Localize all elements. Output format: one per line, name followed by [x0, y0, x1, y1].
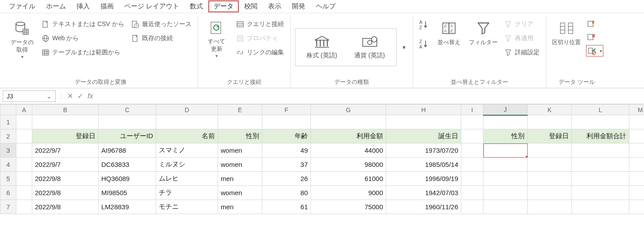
- cell[interactable]: men: [218, 200, 262, 214]
- existing-connections-button[interactable]: 既存の接続: [130, 33, 193, 44]
- cell[interactable]: AI96788: [99, 143, 156, 158]
- cell[interactable]: women: [218, 186, 262, 200]
- cell[interactable]: スマミノ: [156, 143, 218, 158]
- cell[interactable]: 性別: [483, 129, 528, 143]
- data-type-more[interactable]: ▾: [400, 44, 408, 51]
- menu-page-layout[interactable]: ページ レイアウト: [119, 0, 184, 12]
- cell[interactable]: LM28839: [99, 200, 156, 214]
- cell[interactable]: 利用金額合計: [572, 129, 629, 143]
- col-header-E[interactable]: E: [218, 105, 262, 115]
- col-header-J[interactable]: J: [483, 105, 528, 115]
- cell[interactable]: DC63833: [99, 158, 156, 172]
- advanced-filter-button[interactable]: 詳細設定: [502, 47, 541, 58]
- col-header-I[interactable]: I: [461, 105, 483, 115]
- formula-bar-input[interactable]: [96, 91, 641, 102]
- cell[interactable]: 61: [262, 200, 311, 214]
- cell[interactable]: [461, 143, 483, 158]
- cell[interactable]: 誕生日: [386, 129, 461, 143]
- row-header[interactable]: 6: [0, 186, 16, 200]
- cell[interactable]: 名前: [156, 129, 218, 143]
- col-header-H[interactable]: H: [386, 105, 461, 115]
- refresh-all-button[interactable]: すべて 更新 ▾: [203, 19, 231, 60]
- cell[interactable]: 年齢: [262, 129, 311, 143]
- row-header[interactable]: 1: [0, 115, 16, 129]
- get-data-button[interactable]: データの 取得 ▾: [8, 19, 36, 61]
- row-header[interactable]: 2: [0, 129, 16, 143]
- cell[interactable]: 37: [262, 158, 311, 172]
- cell[interactable]: 登録日: [528, 129, 572, 143]
- data-type-stocks[interactable]: 株式 (英語): [301, 32, 343, 62]
- properties-button[interactable]: プロパティ: [234, 33, 286, 44]
- col-header-M[interactable]: M: [629, 105, 644, 115]
- cell[interactable]: 44000: [311, 143, 386, 158]
- sort-ascending-button[interactable]: AZ: [418, 19, 430, 31]
- cell[interactable]: 26: [262, 172, 311, 186]
- clear-filter-button[interactable]: クリア: [502, 19, 541, 30]
- cell[interactable]: [16, 143, 32, 158]
- col-header-A[interactable]: A: [16, 105, 32, 115]
- cell[interactable]: ミルヌシ: [156, 158, 218, 172]
- cell[interactable]: 利用金額: [311, 129, 386, 143]
- row-header[interactable]: 7: [0, 200, 16, 214]
- cell[interactable]: women: [218, 143, 262, 158]
- col-header-K[interactable]: K: [528, 105, 572, 115]
- reapply-filter-button[interactable]: 再適用: [502, 33, 541, 44]
- sort-button[interactable]: ZAAZ 並べ替え: [433, 19, 464, 48]
- row-header[interactable]: 5: [0, 172, 16, 186]
- menu-draw[interactable]: 描画: [95, 0, 119, 12]
- cell[interactable]: 49: [262, 143, 311, 158]
- cell[interactable]: [16, 115, 32, 129]
- cell[interactable]: HQ36089: [99, 172, 156, 186]
- col-header-D[interactable]: D: [156, 105, 218, 115]
- row-header[interactable]: 4: [0, 158, 16, 172]
- cell[interactable]: 2022/9/8: [32, 200, 99, 214]
- sort-descending-button[interactable]: ZA: [418, 38, 430, 50]
- data-validation-button[interactable]: ▾: [586, 45, 603, 57]
- cell[interactable]: 98000: [311, 158, 386, 172]
- recent-sources-button[interactable]: 最近使ったソース: [130, 19, 193, 30]
- cell[interactable]: チラ: [156, 186, 218, 200]
- cell[interactable]: 75000: [311, 200, 386, 214]
- data-type-currency[interactable]: 通貨 (英語): [349, 32, 391, 62]
- text-to-columns-button[interactable]: 区切り位置: [551, 19, 583, 48]
- from-text-csv-button[interactable]: テキストまたは CSV から: [40, 19, 126, 30]
- menu-view[interactable]: 表示: [263, 0, 287, 12]
- cell[interactable]: 1973/07/20: [386, 143, 461, 158]
- cell[interactable]: 61000: [311, 172, 386, 186]
- col-header-F[interactable]: F: [262, 105, 311, 115]
- cell[interactable]: 2022/9/7: [32, 143, 99, 158]
- cell[interactable]: [461, 129, 483, 143]
- cell[interactable]: 9000: [311, 186, 386, 200]
- flash-fill-button[interactable]: [586, 19, 603, 29]
- cell[interactable]: ユーザーID: [99, 129, 156, 143]
- filter-button[interactable]: フィルター: [468, 19, 499, 48]
- cell[interactable]: 1985/05/14: [386, 158, 461, 172]
- edit-links-button[interactable]: リンクの編集: [234, 47, 286, 58]
- from-table-range-button[interactable]: テーブルまたは範囲から: [40, 47, 126, 58]
- cell[interactable]: 1960/11/26: [386, 200, 461, 214]
- cell-J3-selected[interactable]: [483, 143, 528, 158]
- menu-developer[interactable]: 開発: [287, 0, 310, 12]
- cell[interactable]: 2022/9/8: [32, 172, 99, 186]
- menu-data[interactable]: データ: [208, 0, 239, 12]
- menu-formulas[interactable]: 数式: [184, 0, 208, 12]
- cell[interactable]: women: [218, 158, 262, 172]
- col-header-G[interactable]: G: [311, 105, 386, 115]
- cell[interactable]: 1996/09/19: [386, 172, 461, 186]
- cancel-formula-button[interactable]: ✕: [67, 92, 73, 100]
- cell[interactable]: [16, 129, 32, 143]
- fx-icon[interactable]: fx: [88, 92, 93, 100]
- cell[interactable]: モチニ: [156, 200, 218, 214]
- queries-connections-button[interactable]: クエリと接続: [234, 19, 286, 30]
- cell[interactable]: 登録日: [32, 129, 99, 143]
- cell[interactable]: [572, 143, 629, 158]
- remove-duplicates-button[interactable]: [586, 32, 603, 42]
- cell[interactable]: 80: [262, 186, 311, 200]
- cell[interactable]: 1942/07/03: [386, 186, 461, 200]
- col-header-B[interactable]: B: [32, 105, 99, 115]
- from-web-button[interactable]: Web から: [40, 33, 126, 44]
- worksheet-grid[interactable]: A B C D E F G H I J K L M 1 2 登録日 ユーザーID…: [0, 104, 644, 214]
- row-header[interactable]: 3: [0, 143, 16, 158]
- cell[interactable]: 2022/9/8: [32, 186, 99, 200]
- select-all-corner[interactable]: [0, 105, 16, 115]
